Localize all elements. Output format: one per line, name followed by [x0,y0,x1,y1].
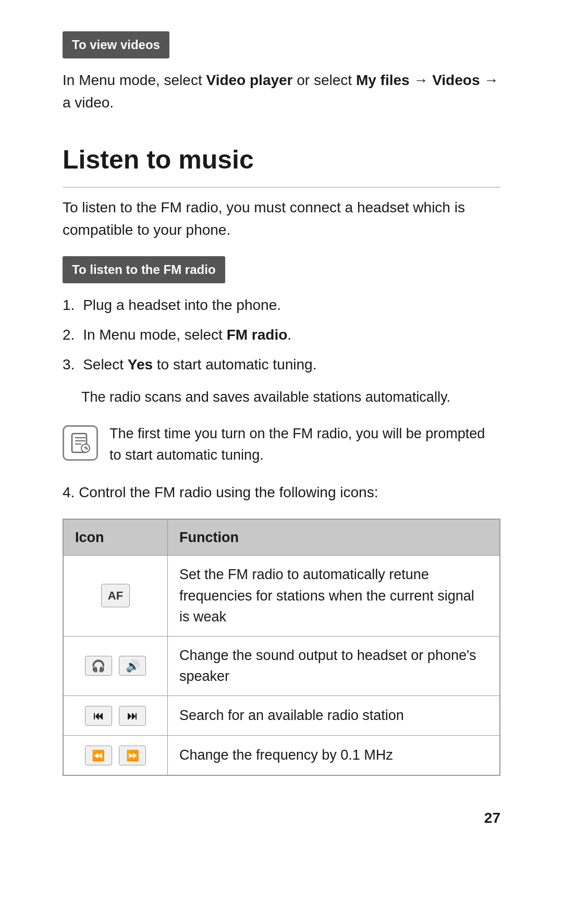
col-icon: Icon [64,519,168,556]
step4-text: 4. Control the FM radio using the follow… [63,481,500,503]
col-function: Function [168,519,500,556]
step-1: 1. Plug a headset into the phone. [63,294,500,316]
function-cell-af: Set the FM radio to automatically retune… [168,556,500,637]
step3-subtext: The radio scans and saves available stat… [81,387,500,409]
speaker-icon: 🔊 [119,656,146,676]
to-view-videos-text: In Menu mode, select Video player or sel… [63,69,500,114]
fm-radio-tag: To listen to the FM radio [63,256,225,283]
page-number: 27 [63,807,500,829]
page-title: Listen to music [63,140,500,188]
icon-cell-af: AF [64,556,168,637]
table-row: 🎧 🔊 Change the sound output to headset o… [64,636,500,695]
icon-cell-step: ⏪ ⏩ [64,735,168,775]
function-cell-step: Change the frequency by 0.1 MHz [168,735,500,775]
note-box: ✎ The first time you turn on the FM radi… [63,423,500,467]
note-icon: ✎ [63,425,98,461]
step-2: 2. In Menu mode, select FM radio. [63,323,500,346]
headphone-icon: 🎧 [85,656,112,676]
table-row: ⏮ ⏭ Search for an available radio statio… [64,695,500,735]
icon-cell-skip: ⏮ ⏭ [64,695,168,735]
table-row: ⏪ ⏩ Change the frequency by 0.1 MHz [64,735,500,775]
function-cell-sound: Change the sound output to headset or ph… [168,636,500,695]
section-description: To listen to the FM radio, you must conn… [63,196,500,242]
function-cell-skip: Search for an available radio station [168,695,500,735]
svg-text:✎: ✎ [84,446,88,451]
icons-table: Icon Function AF Set the FM radio to aut… [63,519,500,776]
to-view-videos-tag: To view videos [63,31,169,58]
skip-next-icon: ⏭ [119,706,146,726]
steps-list: 1. Plug a headset into the phone. 2. In … [63,294,500,376]
af-icon: AF [101,584,130,607]
icon-cell-sound: 🎧 🔊 [64,636,168,695]
note-text: The first time you turn on the FM radio,… [109,423,500,467]
skip-prev-icon: ⏮ [85,706,112,726]
table-row: AF Set the FM radio to automatically ret… [64,556,500,637]
step-forward-icon: ⏩ [119,746,146,765]
to-view-videos-section: To view videos In Menu mode, select Vide… [63,31,500,114]
step-back-icon: ⏪ [85,746,112,765]
step-3: 3. Select Yes to start automatic tuning. [63,353,500,376]
